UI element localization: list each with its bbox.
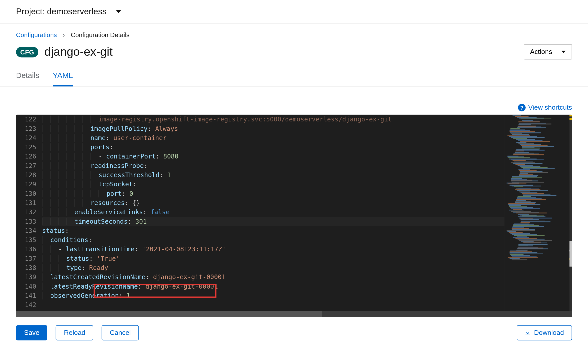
reload-button[interactable]: Reload xyxy=(56,325,93,340)
code-line-130[interactable]: port: 0 xyxy=(42,189,504,198)
save-button[interactable]: Save xyxy=(16,325,48,340)
content: ? View shortcuts 12212312412512612712812… xyxy=(0,87,588,317)
code-line-133[interactable]: timeoutSeconds: 301 xyxy=(42,217,504,226)
cancel-button[interactable]: Cancel xyxy=(102,325,139,340)
tabs: Details YAML xyxy=(16,71,572,86)
page-title: django-ex-git xyxy=(44,45,113,59)
editor-minimap[interactable] xyxy=(504,115,572,311)
editor-gutter: 1221231241251261271281291301311321331341… xyxy=(16,115,42,311)
actions-dropdown[interactable]: Actions xyxy=(524,44,572,59)
download-icon xyxy=(525,330,530,336)
project-label: Project: demoserverless xyxy=(16,7,107,16)
chevron-right-icon: › xyxy=(63,31,65,38)
resource-badge: CFG xyxy=(16,47,39,57)
tab-details[interactable]: Details xyxy=(16,71,39,86)
view-shortcuts-link[interactable]: ? View shortcuts xyxy=(518,104,572,111)
code-line-131[interactable]: resources: {} xyxy=(42,198,504,208)
actions-label: Actions xyxy=(530,48,552,56)
editor-horizontal-scrollbar[interactable] xyxy=(16,311,572,317)
scrollbar-thumb[interactable] xyxy=(16,311,322,317)
code-line-129[interactable]: tcpSocket: xyxy=(42,180,504,189)
code-line-126[interactable]: - containerPort: 8080 xyxy=(42,152,504,161)
button-bar: Save Reload Cancel Download xyxy=(0,317,588,349)
caret-down-icon xyxy=(561,51,566,53)
code-line-125[interactable]: ports: xyxy=(42,143,504,152)
code-line-127[interactable]: readinessProbe: xyxy=(42,161,504,170)
page-header: Configurations › Configuration Details C… xyxy=(0,24,588,87)
code-line-124[interactable]: name: user-container xyxy=(42,133,504,142)
yaml-editor[interactable]: 1221231241251261271281291301311321331341… xyxy=(16,115,572,311)
tab-yaml[interactable]: YAML xyxy=(53,71,73,86)
breadcrumb-current: Configuration Details xyxy=(71,31,130,38)
download-label: Download xyxy=(534,329,564,337)
title-row: CFG django-ex-git Actions xyxy=(16,44,572,59)
code-line-134[interactable]: status: xyxy=(42,226,504,235)
code-line-128[interactable]: successThreshold: 1 xyxy=(42,170,504,180)
code-line-122[interactable]: image-registry.openshift-image-registry.… xyxy=(42,115,504,124)
code-line-140[interactable]: latestReadyRevisionName: django-ex-git-0… xyxy=(42,282,504,291)
help-icon: ? xyxy=(518,104,526,111)
code-line-135[interactable]: conditions: xyxy=(42,235,504,245)
caret-down-icon xyxy=(116,10,121,13)
code-line-132[interactable]: enableServiceLinks: false xyxy=(42,208,504,217)
code-line-123[interactable]: imagePullPolicy: Always xyxy=(42,124,504,133)
project-selector[interactable]: Project: demoserverless xyxy=(0,0,588,24)
code-line-137[interactable]: status: 'True' xyxy=(42,254,504,263)
shortcuts-row: ? View shortcuts xyxy=(16,95,572,115)
download-button[interactable]: Download xyxy=(517,325,572,340)
breadcrumb: Configurations › Configuration Details xyxy=(16,31,572,38)
breadcrumb-root[interactable]: Configurations xyxy=(16,31,57,38)
editor-code[interactable]: image-registry.openshift-image-registry.… xyxy=(42,115,504,311)
shortcuts-label: View shortcuts xyxy=(528,104,572,111)
code-line-136[interactable]: - lastTransitionTime: '2021-04-08T23:11:… xyxy=(42,245,504,254)
code-line-138[interactable]: type: Ready xyxy=(42,263,504,272)
code-line-139[interactable]: latestCreatedRevisionName: django-ex-git… xyxy=(42,272,504,282)
code-line-141[interactable]: observedGeneration: 1 xyxy=(42,291,504,300)
